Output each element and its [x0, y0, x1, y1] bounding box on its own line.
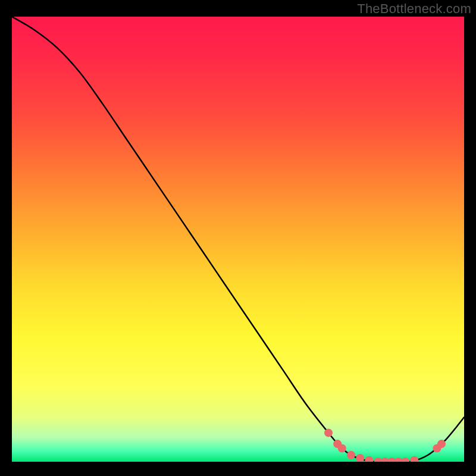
curve-markers — [324, 428, 446, 462]
curve-marker — [365, 456, 373, 462]
curve-marker — [356, 454, 364, 462]
curve-layer — [12, 17, 464, 462]
curve-marker — [324, 428, 333, 437]
plot-area — [12, 17, 464, 462]
curve-marker — [410, 456, 418, 462]
curve-marker — [347, 451, 355, 459]
chart-frame: TheBottleneck.com — [0, 0, 476, 476]
bottleneck-curve — [12, 17, 464, 462]
curve-marker — [401, 458, 409, 462]
curve-marker — [338, 444, 346, 453]
watermark-text: TheBottleneck.com — [357, 1, 471, 17]
curve-marker — [437, 440, 446, 448]
